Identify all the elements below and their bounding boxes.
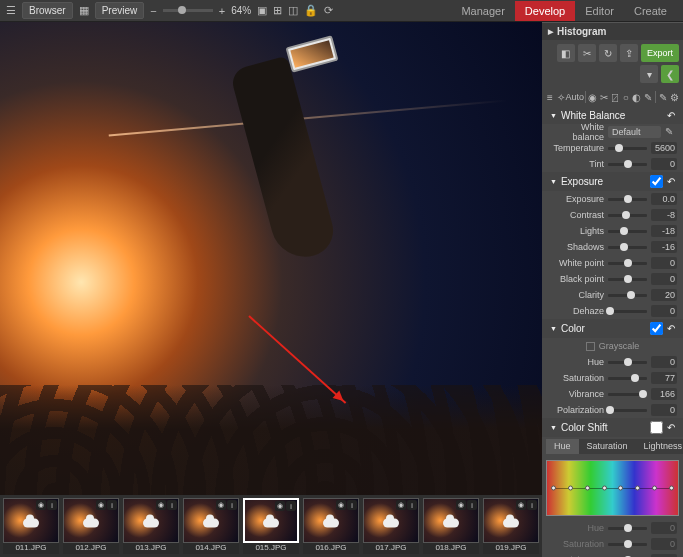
- temperature-value[interactable]: 5600: [651, 142, 677, 154]
- zoom-in-icon[interactable]: +: [219, 5, 225, 17]
- undo-icon[interactable]: ↶: [667, 422, 675, 433]
- camera-icon[interactable]: ◉: [588, 90, 597, 104]
- hue-slider[interactable]: [608, 361, 647, 364]
- cloud-icon: [203, 518, 219, 527]
- filmstrip[interactable]: ◉i011.JPG◉i012.JPG◉i013.JPG◉i014.JPG◉i01…: [0, 495, 542, 557]
- camera-icon: ◉: [96, 500, 106, 510]
- saturation-value[interactable]: 77: [651, 372, 677, 384]
- color-shift-toggle[interactable]: [650, 421, 663, 434]
- upload-icon[interactable]: ⇪: [620, 44, 638, 62]
- undo-icon[interactable]: ↶: [667, 323, 675, 334]
- cs-tab-saturation[interactable]: Saturation: [579, 439, 636, 454]
- color-header[interactable]: ▼Color ↶: [542, 319, 683, 338]
- color-shift-spectrum[interactable]: [546, 460, 679, 516]
- info-icon: i: [167, 500, 177, 510]
- preview-mode-button[interactable]: Preview: [95, 2, 145, 19]
- shadows-slider[interactable]: [608, 246, 647, 249]
- vibrance-value[interactable]: 166: [651, 388, 677, 400]
- browser-mode-button[interactable]: Browser: [22, 2, 73, 19]
- histogram-label: Histogram: [557, 26, 606, 37]
- contrast-slider[interactable]: [608, 214, 647, 217]
- saturation-slider[interactable]: [608, 377, 647, 380]
- white-balance-select[interactable]: Default: [608, 126, 661, 138]
- whitept-value[interactable]: 0: [651, 257, 677, 269]
- compare-icon[interactable]: ◫: [288, 4, 298, 17]
- lock-icon[interactable]: 🔒: [304, 4, 318, 17]
- export-button[interactable]: Export: [641, 44, 679, 62]
- zoom-value: 64%: [231, 5, 251, 16]
- whitept-slider[interactable]: [608, 262, 647, 265]
- clarity-value[interactable]: 20: [651, 289, 677, 301]
- refresh-icon[interactable]: ⟳: [324, 4, 333, 17]
- wand-icon[interactable]: ✧: [557, 90, 565, 104]
- gradient-icon[interactable]: ◐: [632, 90, 641, 104]
- clarity-slider[interactable]: [608, 294, 647, 297]
- cs-tab-hue[interactable]: Hue: [546, 439, 579, 454]
- lights-value[interactable]: -18: [651, 225, 677, 237]
- auto-button[interactable]: Auto: [568, 90, 582, 104]
- gear-icon[interactable]: ⚙: [670, 90, 679, 104]
- polarization-slider[interactable]: [608, 409, 647, 412]
- edit-icon[interactable]: ✎: [659, 90, 667, 104]
- blackpt-value[interactable]: 0: [651, 273, 677, 285]
- tag-icon[interactable]: ◧: [557, 44, 575, 62]
- undo-icon[interactable]: ↶: [667, 110, 675, 121]
- thumbnail[interactable]: ◉i012.JPG: [63, 498, 119, 554]
- shadows-value[interactable]: -16: [651, 241, 677, 253]
- polarization-value[interactable]: 0: [651, 404, 677, 416]
- info-icon: i: [286, 501, 296, 511]
- dehaze-value[interactable]: 0: [651, 305, 677, 317]
- cs-tab-lightness[interactable]: Lightness: [636, 439, 683, 454]
- image-preview[interactable]: [0, 22, 542, 495]
- lights-slider[interactable]: [608, 230, 647, 233]
- thumbnail[interactable]: ◉i013.JPG: [123, 498, 179, 554]
- straighten-icon[interactable]: ⍁: [611, 90, 619, 104]
- exposure-slider[interactable]: [608, 198, 647, 201]
- thumbnail[interactable]: ◉i015.JPG: [243, 498, 299, 554]
- temperature-slider[interactable]: [608, 147, 647, 150]
- grayscale-checkbox[interactable]: [586, 342, 595, 351]
- brush-icon[interactable]: ✎: [644, 90, 652, 104]
- tab-develop[interactable]: Develop: [515, 1, 575, 21]
- thumbnail[interactable]: ◉i019.JPG: [483, 498, 539, 554]
- thumbnail[interactable]: ◉i014.JPG: [183, 498, 239, 554]
- exposure-toggle[interactable]: [650, 175, 663, 188]
- thumbnail[interactable]: ◉i016.JPG: [303, 498, 359, 554]
- histogram-header[interactable]: ▶ Histogram: [542, 22, 683, 40]
- color-shift-header[interactable]: ▼Color Shift ↶: [542, 418, 683, 437]
- camera-icon: ◉: [36, 500, 46, 510]
- fit-icon[interactable]: ▣: [257, 4, 267, 17]
- zoom-slider[interactable]: [163, 9, 213, 12]
- hue-value[interactable]: 0: [651, 356, 677, 368]
- cs-sat-slider[interactable]: [608, 543, 647, 546]
- crop2-icon[interactable]: ✂: [600, 90, 608, 104]
- exposure-value[interactable]: 0.0: [651, 193, 677, 205]
- blackpt-slider[interactable]: [608, 278, 647, 281]
- tab-manager[interactable]: Manager: [451, 1, 514, 21]
- rotate-icon[interactable]: ↻: [599, 44, 617, 62]
- cs-hue-slider[interactable]: [608, 527, 647, 530]
- contrast-value[interactable]: -8: [651, 209, 677, 221]
- zoom-out-icon[interactable]: −: [150, 5, 156, 17]
- thumbnail[interactable]: ◉i011.JPG: [3, 498, 59, 554]
- eyedropper-icon[interactable]: ✎: [665, 126, 677, 138]
- undo-icon[interactable]: ↶: [667, 176, 675, 187]
- tint-value[interactable]: 0: [651, 158, 677, 170]
- tab-create[interactable]: Create: [624, 1, 677, 21]
- menu-icon[interactable]: ☰: [6, 4, 16, 17]
- tint-slider[interactable]: [608, 163, 647, 166]
- spot-icon[interactable]: ○: [622, 90, 630, 104]
- hamburger-icon[interactable]: ≡: [546, 90, 554, 104]
- vibrance-slider[interactable]: [608, 393, 647, 396]
- color-toggle[interactable]: [650, 322, 663, 335]
- thumbnail[interactable]: ◉i018.JPG: [423, 498, 479, 554]
- crop-icon[interactable]: ✂: [578, 44, 596, 62]
- grid-icon[interactable]: ⊞: [273, 4, 282, 17]
- cloud-icon: [83, 518, 99, 527]
- dehaze-slider[interactable]: [608, 310, 647, 313]
- export-dropdown-icon[interactable]: ▾: [640, 65, 658, 83]
- share-icon[interactable]: ❮: [661, 65, 679, 83]
- exposure-header[interactable]: ▼Exposure ↶: [542, 172, 683, 191]
- thumbnail[interactable]: ◉i017.JPG: [363, 498, 419, 554]
- tab-editor[interactable]: Editor: [575, 1, 624, 21]
